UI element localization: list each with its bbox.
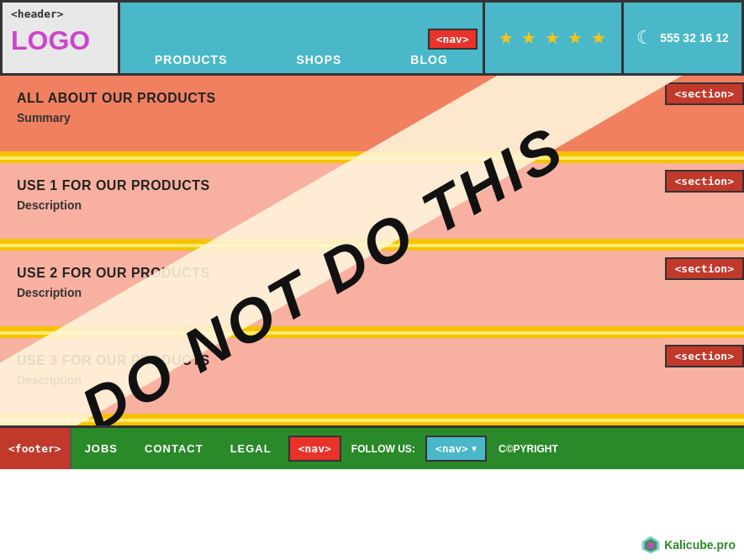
- logo: LOGO: [11, 25, 109, 56]
- section-4-title: USE 3 FOR OUR PRODUCTS: [17, 353, 727, 368]
- section-3-subtitle: Description: [17, 286, 727, 299]
- separator-2-inner: [0, 244, 744, 247]
- separator-3-inner: [0, 331, 744, 335]
- phone-icon: ☾: [636, 27, 653, 49]
- section-2-subtitle: Description: [17, 198, 727, 212]
- footer-chevron-icon: ▼: [472, 444, 477, 453]
- footer-nav-legal[interactable]: LEGAL: [217, 428, 285, 469]
- section-1-title: ALL ABOUT OUR PRODUCTS: [17, 91, 727, 106]
- kalicube-logo-icon: [641, 535, 661, 555]
- phone-area: ☾ 555 32 16 12: [624, 3, 741, 73]
- stars: ★ ★ ★ ★ ★: [499, 28, 608, 48]
- footer-nav-jobs[interactable]: JOBS: [71, 428, 131, 469]
- section-2-tag: <section>: [665, 170, 744, 193]
- section-4: USE 3 FOR OUR PRODUCTS Description <sect…: [0, 338, 744, 419]
- section-4-content: USE 3 FOR OUR PRODUCTS Description: [0, 338, 744, 414]
- section-3-title: USE 2 FOR OUR PRODUCTS: [17, 266, 727, 281]
- footer-nav-items: JOBS CONTACT LEGAL <nav>: [71, 428, 345, 469]
- nav-items: PRODUCTS SHOPS BLOG: [120, 50, 483, 73]
- nav-tag-row: <nav>: [120, 25, 483, 50]
- footer-follow-nav[interactable]: <nav> ▼: [425, 436, 487, 462]
- footer-nav-tag: <nav>: [288, 436, 341, 462]
- stars-area: ★ ★ ★ ★ ★: [485, 3, 624, 73]
- section-1-subtitle: Summary: [17, 111, 727, 124]
- section-3-tag: <section>: [665, 257, 744, 280]
- nav-area: <nav> PRODUCTS SHOPS BLOG: [120, 3, 485, 73]
- footer-tag: <footer>: [0, 428, 71, 469]
- nav-item-products[interactable]: PRODUCTS: [155, 53, 228, 66]
- section-1: ALL ABOUT OUR PRODUCTS Summary <section>: [0, 76, 744, 156]
- section-4-subtitle: Description: [17, 373, 727, 387]
- nav-tag: <nav>: [428, 29, 478, 50]
- footer-nav-contact[interactable]: CONTACT: [131, 428, 217, 469]
- section-2: USE 1 FOR OUR PRODUCTS Description <sect…: [0, 163, 744, 244]
- phone-number: 555 32 16 12: [660, 31, 729, 45]
- header-tag-label: <header>: [11, 8, 109, 20]
- kalicube-branding: Kalicube.pro: [641, 535, 736, 555]
- section-3: USE 2 FOR OUR PRODUCTS Description <sect…: [0, 251, 744, 331]
- section-4-tag: <section>: [665, 345, 744, 367]
- kalicube-name: Kalicube.pro: [664, 538, 736, 552]
- section-2-content: USE 1 FOR OUR PRODUCTS Description: [0, 163, 744, 239]
- header: <header> LOGO <nav> PRODUCTS SHOPS BLOG …: [0, 0, 744, 76]
- header-tag-area: <header> LOGO: [3, 3, 120, 73]
- section-1-content: ALL ABOUT OUR PRODUCTS Summary: [0, 76, 744, 151]
- nav-item-shops[interactable]: SHOPS: [296, 53, 341, 66]
- separator-4-inner: [0, 419, 744, 422]
- footer-follow-nav-tag: <nav>: [435, 442, 468, 455]
- footer-follow-label: FOLLOW US:: [345, 443, 422, 455]
- separator-1: [0, 156, 744, 163]
- section-3-content: USE 2 FOR OUR PRODUCTS Description: [0, 251, 744, 326]
- separator-4: [0, 419, 744, 425]
- separator-3: [0, 331, 744, 338]
- separator-2: [0, 244, 744, 251]
- nav-item-blog[interactable]: BLOG: [410, 53, 447, 66]
- footer-copyright: C©PYRIGHT: [490, 443, 567, 455]
- main-content: ALL ABOUT OUR PRODUCTS Summary <section>…: [0, 76, 744, 425]
- separator-1-inner: [0, 156, 744, 160]
- section-1-tag: <section>: [665, 82, 744, 105]
- section-2-title: USE 1 FOR OUR PRODUCTS: [17, 178, 727, 193]
- footer: <footer> JOBS CONTACT LEGAL <nav> FOLLOW…: [0, 425, 744, 469]
